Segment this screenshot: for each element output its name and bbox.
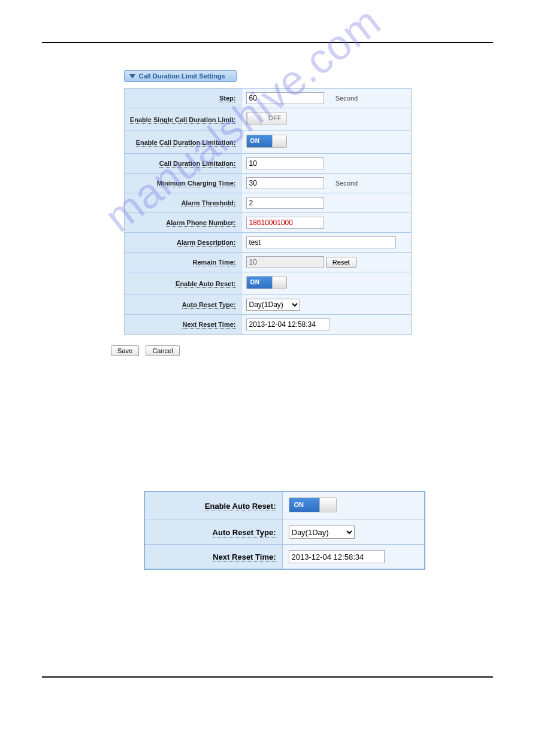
chevron-down-icon [129,74,135,78]
row-auto-type: Auto Reset Type: Day(1Day) [124,295,411,315]
row-min-charge: Minimum Charging Time: Second [124,174,411,193]
label2-next-reset: Next Reset Time: [213,552,276,562]
label-alarm-phone: Alarm Phone Number: [166,219,235,227]
label-enable-auto: Enable Auto Reset: [176,280,235,288]
row2-auto-type: Auto Reset Type: Day(1Day) [144,520,425,545]
row-alarm-thresh: Alarm Threshold: [124,193,411,213]
row-single-limit: Enable Single Call Duration Limit: OFF [124,108,411,131]
label-duration-limit: Call Duration Limitation: [159,160,236,168]
label-auto-type: Auto Reset Type: [182,301,236,309]
panel-title: Call Duration Limit Settings [139,72,225,80]
row-remain: Remain Time: Reset [124,253,411,272]
alarm-thresh-input[interactable] [246,197,324,209]
label-step: Step: [219,95,236,102]
label-alarm-thresh: Alarm Threshold: [181,199,235,207]
row-enable-limit: Enable Call Duration Limitation: ON [124,131,411,154]
label-remain: Remain Time: [193,259,236,266]
auto-type-select-2[interactable]: Day(1Day) [289,526,355,539]
label-single-limit: Enable Single Call Duration Limit: [130,116,236,124]
reset-button[interactable]: Reset [326,257,356,268]
toggle-single-limit[interactable]: OFF [246,112,287,125]
duration-limit-input[interactable] [246,157,324,169]
row-next-reset: Next Reset Time: [124,315,411,335]
label-enable-limit: Enable Call Duration Limitation: [136,139,236,147]
panel-header[interactable]: Call Duration Limit Settings [124,70,237,82]
unit-step: Second [335,95,358,102]
auto-type-select[interactable]: Day(1Day) [246,299,300,311]
save-button[interactable]: Save [111,345,139,356]
label-alarm-desc: Alarm Description: [177,239,235,247]
cancel-button[interactable]: Cancel [146,345,179,356]
label-min-charge: Minimum Charging Time: [157,180,236,187]
alarm-phone-input[interactable] [246,217,324,229]
unit-min-charge: Second [335,180,358,187]
row-duration-limit: Call Duration Limitation: [124,154,411,174]
toggle-enable-limit[interactable]: ON [246,135,287,148]
row2-enable-auto: Enable Auto Reset: ON [144,491,425,520]
detail-table: Enable Auto Reset: ON Auto Reset Type: D… [144,491,425,570]
step-input[interactable] [246,92,324,104]
toggle2-enable-auto[interactable]: ON [289,497,337,512]
toggle-enable-auto[interactable]: ON [246,276,287,289]
row-alarm-phone: Alarm Phone Number: [124,213,411,233]
row-step: Step: Second [124,89,411,108]
label2-auto-type: Auto Reset Type: [213,528,276,538]
alarm-desc-input[interactable] [246,236,396,248]
row2-next-reset: Next Reset Time: [144,545,425,570]
row-alarm-desc: Alarm Description: [124,233,411,253]
settings-table: Step: Second Enable Single Call Duration… [124,88,412,335]
next-reset-input-2[interactable] [289,550,385,563]
remain-input [246,256,324,268]
min-charge-input[interactable] [246,177,324,189]
label-next-reset: Next Reset Time: [182,321,235,329]
row-enable-auto: Enable Auto Reset: ON [124,272,411,295]
label2-enable-auto: Enable Auto Reset: [205,502,276,511]
next-reset-input[interactable] [246,318,330,330]
